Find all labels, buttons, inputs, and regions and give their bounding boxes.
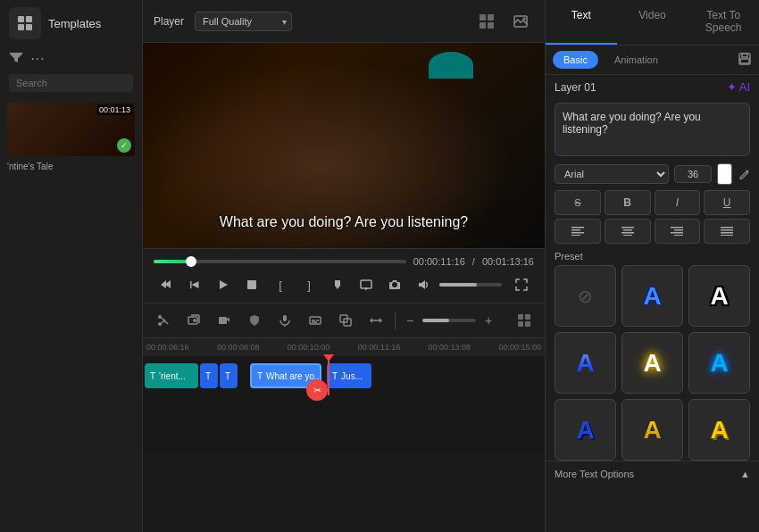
clip-icon-2: T <box>205 371 211 381</box>
ai-icon[interactable]: ✦ AI <box>727 80 750 94</box>
grid-view-icon[interactable] <box>473 8 500 35</box>
clip-icon-5: T <box>332 371 338 381</box>
color-picker-btn[interactable] <box>738 165 750 183</box>
preset-yellow-gold[interactable]: A <box>688 399 750 461</box>
screen-btn[interactable] <box>354 272 379 297</box>
playhead-arrow <box>323 354 334 362</box>
teal-hat-object <box>429 52 473 79</box>
shield-tool-btn[interactable] <box>241 307 268 334</box>
tab-tts[interactable]: Text To Speech <box>688 0 759 45</box>
font-size-input[interactable] <box>674 165 712 183</box>
bracket-close-btn[interactable]: ] <box>296 272 321 297</box>
strikethrough-btn[interactable]: S <box>555 190 601 215</box>
svg-rect-29 <box>518 314 523 320</box>
mic-tool-btn[interactable] <box>271 307 298 334</box>
panel-sub-tabs: Basic Animation <box>546 46 759 75</box>
preset-label: Preset <box>546 245 759 265</box>
sidebar-header: Templates <box>0 0 142 46</box>
transform-tool-btn[interactable] <box>363 307 389 334</box>
preset-dark-outline[interactable]: A <box>688 265 750 327</box>
captions-tool-btn[interactable] <box>302 307 329 334</box>
preset-blue-outline[interactable]: A <box>621 265 683 327</box>
sidebar-media: 00:01:13 ✓ 'ntine's Tale <box>0 96 142 180</box>
filter-icon[interactable] <box>9 50 23 67</box>
more-text-label: More Text Options <box>555 469 634 479</box>
preset-neon-outline[interactable]: A <box>688 332 750 394</box>
image-view-icon[interactable] <box>507 8 534 35</box>
grid-layout-btn[interactable] <box>511 307 538 334</box>
clip-3[interactable]: T <box>220 363 238 388</box>
clip-orient[interactable]: T 'rient... <box>145 363 198 388</box>
clip-jus[interactable]: T Jus... <box>327 363 371 388</box>
sidebar-search-input[interactable] <box>9 74 133 92</box>
volume-slider[interactable] <box>439 283 502 287</box>
tab-text[interactable]: Text <box>546 0 617 45</box>
more-icon[interactable]: ⋯ <box>30 50 45 67</box>
font-select[interactable]: Arial Helvetica Times New Roman <box>555 164 669 184</box>
preset-a-gradient: A <box>576 349 594 378</box>
align-justify-btn[interactable] <box>704 219 750 244</box>
save-icon[interactable] <box>738 52 752 69</box>
camera-btn[interactable] <box>382 272 407 297</box>
preset-grid: ⊘ A A A A A A A A <box>546 265 759 461</box>
italic-btn[interactable]: I <box>655 190 701 215</box>
sidebar: Templates ⋯ 00:01:13 ✓ 'ntine's Tale <box>0 0 143 532</box>
fullscreen-btn[interactable] <box>509 272 534 297</box>
sub-tab-animation[interactable]: Animation <box>604 51 669 69</box>
tab-video[interactable]: Video <box>617 0 688 45</box>
preset-a-dark: A <box>710 282 728 311</box>
align-center-btn[interactable] <box>605 219 651 244</box>
cut-tool-btn[interactable] <box>150 307 177 334</box>
time-total: 00:01:13:16 <box>482 256 534 267</box>
svg-point-9 <box>523 17 526 20</box>
quality-select[interactable]: Full Quality Half Quality Quarter Qualit… <box>195 12 292 31</box>
add-clip-btn[interactable] <box>180 307 207 334</box>
stop-btn[interactable] <box>239 272 264 297</box>
zoom-slider[interactable] <box>422 319 476 322</box>
divider <box>395 312 396 329</box>
track-row-1: T 'rient... T T T What are yo... T Jus..… <box>143 360 545 392</box>
time-current: 00:00:11:16 <box>413 256 465 267</box>
zoom-out-btn[interactable]: − <box>401 307 419 334</box>
svg-rect-2 <box>18 24 24 30</box>
more-text-options[interactable]: More Text Options ▲ <box>546 461 759 483</box>
progress-bar[interactable] <box>154 260 406 263</box>
video-tool-btn[interactable] <box>211 307 238 334</box>
bold-btn[interactable]: B <box>605 190 651 215</box>
sub-tab-basic[interactable]: Basic <box>553 51 598 69</box>
svg-rect-48 <box>721 227 733 229</box>
preset-gradient-blue[interactable]: A <box>555 332 616 394</box>
align-right-btn[interactable] <box>655 219 701 244</box>
font-row: Arial Helvetica Times New Roman <box>546 160 759 188</box>
underline-btn[interactable]: U <box>704 190 750 215</box>
preset-none[interactable]: ⊘ <box>555 265 616 327</box>
volume-btn[interactable] <box>411 272 436 297</box>
svg-rect-11 <box>361 280 371 288</box>
svg-rect-32 <box>525 321 530 327</box>
align-left-btn[interactable] <box>555 219 601 244</box>
preset-a-glow: A <box>643 349 661 378</box>
scissors-icon[interactable]: ✂ <box>306 379 328 401</box>
progress-row: 00:00:11:16 / 00:01:13:16 <box>154 253 534 270</box>
clip-2[interactable]: T <box>200 363 218 388</box>
playhead[interactable] <box>328 356 329 395</box>
font-color-box[interactable] <box>717 163 732 185</box>
marker-btn[interactable] <box>325 272 350 297</box>
zoom-in-btn[interactable]: + <box>480 307 497 334</box>
bracket-open-btn[interactable]: [ <box>268 272 293 297</box>
layer-label: Layer 01 <box>555 81 596 94</box>
overlay-tool-btn[interactable] <box>332 307 359 334</box>
ruler-mark-2: 00:00:08:08 <box>217 343 260 352</box>
play-btn[interactable] <box>211 272 236 297</box>
step-back-btn[interactable] <box>182 272 207 297</box>
svg-rect-0 <box>18 16 24 22</box>
svg-rect-44 <box>671 227 683 229</box>
media-item[interactable]: 00:01:13 ✓ <box>7 103 135 156</box>
preset-glow-yellow[interactable]: A <box>621 332 683 394</box>
rewind-btn[interactable] <box>154 272 179 297</box>
svg-rect-5 <box>488 14 494 21</box>
preset-blue-solid[interactable]: A <box>555 399 616 461</box>
text-area[interactable]: What are you doing? Are you listening? <box>555 103 750 156</box>
preset-gold-texture[interactable]: A <box>621 399 683 461</box>
media-check-icon: ✓ <box>117 138 131 153</box>
